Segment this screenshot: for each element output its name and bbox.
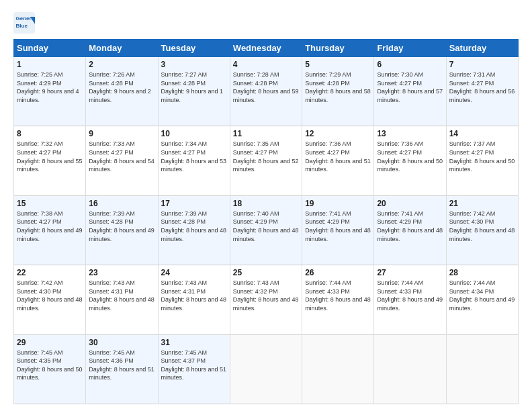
calendar-table: SundayMondayTuesdayWednesdayThursdayFrid…: [13, 39, 519, 404]
calendar-cell: [230, 334, 302, 404]
calendar-cell: 11Sunrise: 7:35 AMSunset: 4:27 PMDayligh…: [230, 126, 302, 195]
day-info: Sunrise: 7:36 AMSunset: 4:27 PMDaylight:…: [377, 140, 443, 173]
day-number: 19: [305, 199, 371, 208]
day-number: 26: [305, 268, 371, 277]
day-number: 5: [305, 60, 371, 69]
weekday-header: Saturday: [446, 40, 518, 57]
day-number: 3: [161, 60, 227, 69]
day-info: Sunrise: 7:42 AMSunset: 4:30 PMDaylight:…: [17, 279, 83, 312]
day-number: 13: [377, 129, 443, 138]
day-number: 27: [377, 268, 443, 277]
day-info: Sunrise: 7:40 AMSunset: 4:29 PMDaylight:…: [233, 210, 299, 243]
day-info: Sunrise: 7:43 AMSunset: 4:31 PMDaylight:…: [161, 279, 227, 312]
day-info: Sunrise: 7:41 AMSunset: 4:29 PMDaylight:…: [377, 210, 443, 243]
day-info: Sunrise: 7:41 AMSunset: 4:29 PMDaylight:…: [305, 210, 371, 243]
calendar-cell: [374, 334, 446, 404]
day-info: Sunrise: 7:33 AMSunset: 4:27 PMDaylight:…: [89, 140, 154, 173]
calendar-cell: 9Sunrise: 7:33 AMSunset: 4:27 PMDaylight…: [86, 126, 158, 195]
day-number: 20: [377, 199, 443, 208]
day-info: Sunrise: 7:34 AMSunset: 4:27 PMDaylight:…: [161, 140, 227, 173]
day-info: Sunrise: 7:27 AMSunset: 4:28 PMDaylight:…: [161, 71, 227, 104]
day-info: Sunrise: 7:31 AMSunset: 4:27 PMDaylight:…: [449, 71, 515, 104]
day-number: 6: [377, 60, 443, 69]
calendar-cell: 3Sunrise: 7:27 AMSunset: 4:28 PMDaylight…: [158, 57, 230, 126]
day-number: 23: [89, 268, 154, 277]
day-info: Sunrise: 7:26 AMSunset: 4:28 PMDaylight:…: [89, 71, 154, 104]
day-number: 8: [17, 129, 83, 138]
svg-text:Blue: Blue: [16, 23, 28, 29]
day-info: Sunrise: 7:43 AMSunset: 4:32 PMDaylight:…: [233, 279, 299, 312]
day-info: Sunrise: 7:36 AMSunset: 4:27 PMDaylight:…: [305, 140, 371, 173]
calendar-cell: 14Sunrise: 7:37 AMSunset: 4:27 PMDayligh…: [446, 126, 518, 195]
day-info: Sunrise: 7:28 AMSunset: 4:28 PMDaylight:…: [233, 71, 299, 104]
page: General Blue SundayMondayTuesdayWednesda…: [0, 0, 532, 411]
day-number: 16: [89, 199, 154, 208]
day-info: Sunrise: 7:44 AMSunset: 4:34 PMDaylight:…: [449, 279, 515, 312]
calendar-cell: 22Sunrise: 7:42 AMSunset: 4:30 PMDayligh…: [14, 265, 86, 334]
day-info: Sunrise: 7:39 AMSunset: 4:28 PMDaylight:…: [89, 210, 154, 243]
calendar-week-row: 15Sunrise: 7:38 AMSunset: 4:27 PMDayligh…: [14, 195, 519, 265]
calendar-cell: [302, 334, 374, 404]
day-info: Sunrise: 7:44 AMSunset: 4:33 PMDaylight:…: [305, 279, 371, 312]
day-number: 22: [17, 268, 83, 277]
calendar-cell: 16Sunrise: 7:39 AMSunset: 4:28 PMDayligh…: [86, 195, 158, 265]
day-number: 31: [161, 338, 227, 347]
calendar-cell: 17Sunrise: 7:39 AMSunset: 4:28 PMDayligh…: [158, 195, 230, 265]
weekday-header: Wednesday: [230, 40, 302, 57]
calendar-cell: 1Sunrise: 7:25 AMSunset: 4:29 PMDaylight…: [14, 57, 86, 126]
day-info: Sunrise: 7:32 AMSunset: 4:27 PMDaylight:…: [17, 140, 83, 173]
calendar-cell: 25Sunrise: 7:43 AMSunset: 4:32 PMDayligh…: [230, 265, 302, 334]
calendar-cell: 30Sunrise: 7:45 AMSunset: 4:36 PMDayligh…: [86, 334, 158, 404]
calendar-cell: 5Sunrise: 7:29 AMSunset: 4:28 PMDaylight…: [302, 57, 374, 126]
calendar-cell: 12Sunrise: 7:36 AMSunset: 4:27 PMDayligh…: [302, 126, 374, 195]
day-number: 12: [305, 129, 371, 138]
calendar-week-row: 1Sunrise: 7:25 AMSunset: 4:29 PMDaylight…: [14, 57, 519, 126]
day-number: 9: [89, 129, 154, 138]
calendar-week-row: 8Sunrise: 7:32 AMSunset: 4:27 PMDaylight…: [14, 126, 519, 195]
calendar-cell: 8Sunrise: 7:32 AMSunset: 4:27 PMDaylight…: [14, 126, 86, 195]
day-info: Sunrise: 7:42 AMSunset: 4:30 PMDaylight:…: [449, 210, 515, 243]
day-info: Sunrise: 7:25 AMSunset: 4:29 PMDaylight:…: [17, 71, 83, 104]
weekday-header: Monday: [86, 40, 158, 57]
day-info: Sunrise: 7:43 AMSunset: 4:31 PMDaylight:…: [89, 279, 154, 312]
day-number: 4: [233, 60, 299, 69]
calendar-cell: 23Sunrise: 7:43 AMSunset: 4:31 PMDayligh…: [86, 265, 158, 334]
day-number: 1: [17, 60, 83, 69]
calendar-cell: 28Sunrise: 7:44 AMSunset: 4:34 PMDayligh…: [446, 265, 518, 334]
calendar-cell: 24Sunrise: 7:43 AMSunset: 4:31 PMDayligh…: [158, 265, 230, 334]
day-number: 10: [161, 129, 227, 138]
calendar-cell: 26Sunrise: 7:44 AMSunset: 4:33 PMDayligh…: [302, 265, 374, 334]
day-number: 25: [233, 268, 299, 277]
calendar-cell: 4Sunrise: 7:28 AMSunset: 4:28 PMDaylight…: [230, 57, 302, 126]
day-number: 11: [233, 129, 299, 138]
day-number: 30: [89, 338, 154, 347]
weekday-header: Thursday: [302, 40, 374, 57]
calendar-cell: 7Sunrise: 7:31 AMSunset: 4:27 PMDaylight…: [446, 57, 518, 126]
calendar-cell: 29Sunrise: 7:45 AMSunset: 4:35 PMDayligh…: [14, 334, 86, 404]
day-info: Sunrise: 7:39 AMSunset: 4:28 PMDaylight:…: [161, 210, 227, 243]
day-number: 15: [17, 199, 83, 208]
calendar-cell: 10Sunrise: 7:34 AMSunset: 4:27 PMDayligh…: [158, 126, 230, 195]
day-info: Sunrise: 7:37 AMSunset: 4:27 PMDaylight:…: [449, 140, 515, 173]
calendar-header-row: SundayMondayTuesdayWednesdayThursdayFrid…: [14, 40, 519, 57]
day-info: Sunrise: 7:45 AMSunset: 4:36 PMDaylight:…: [89, 349, 154, 382]
logo: General Blue: [13, 12, 35, 34]
weekday-header: Sunday: [14, 40, 86, 57]
logo-icon: General Blue: [13, 12, 35, 34]
day-number: 7: [449, 60, 515, 69]
calendar-cell: 18Sunrise: 7:40 AMSunset: 4:29 PMDayligh…: [230, 195, 302, 265]
weekday-header: Tuesday: [158, 40, 230, 57]
day-info: Sunrise: 7:45 AMSunset: 4:35 PMDaylight:…: [17, 349, 83, 382]
calendar-cell: 19Sunrise: 7:41 AMSunset: 4:29 PMDayligh…: [302, 195, 374, 265]
weekday-header: Friday: [374, 40, 446, 57]
day-info: Sunrise: 7:45 AMSunset: 4:37 PMDaylight:…: [161, 349, 227, 382]
calendar-week-row: 22Sunrise: 7:42 AMSunset: 4:30 PMDayligh…: [14, 265, 519, 334]
day-number: 29: [17, 338, 83, 347]
day-number: 24: [161, 268, 227, 277]
calendar-cell: 15Sunrise: 7:38 AMSunset: 4:27 PMDayligh…: [14, 195, 86, 265]
day-number: 14: [449, 129, 515, 138]
day-number: 17: [161, 199, 227, 208]
day-info: Sunrise: 7:38 AMSunset: 4:27 PMDaylight:…: [17, 210, 83, 243]
calendar-week-row: 29Sunrise: 7:45 AMSunset: 4:35 PMDayligh…: [14, 334, 519, 404]
day-info: Sunrise: 7:44 AMSunset: 4:33 PMDaylight:…: [377, 279, 443, 312]
